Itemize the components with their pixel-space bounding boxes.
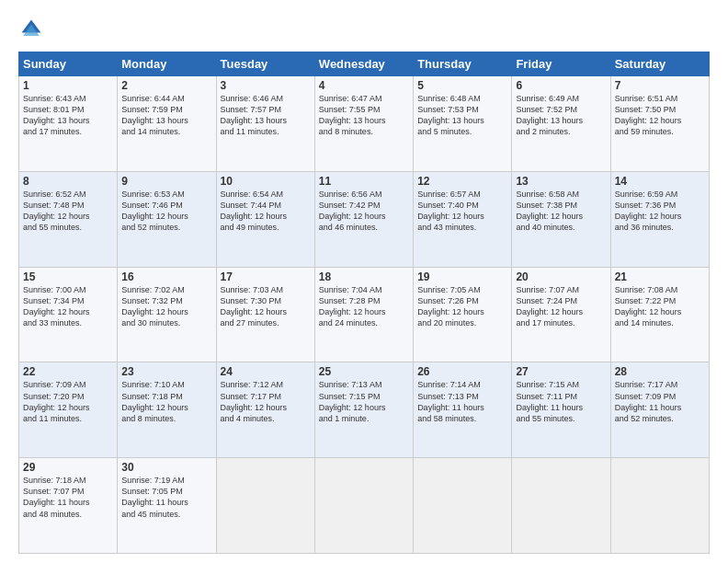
calendar-cell: 10Sunrise: 6:54 AM Sunset: 7:44 PM Dayli…: [216, 171, 314, 267]
day-number: 3: [221, 79, 311, 92]
weekday-header-tuesday: Tuesday: [216, 52, 314, 76]
calendar-cell: 24Sunrise: 7:12 AM Sunset: 7:17 PM Dayli…: [216, 362, 314, 458]
weekday-header-friday: Friday: [512, 52, 610, 76]
day-info: Sunrise: 6:43 AM Sunset: 8:01 PM Dayligh…: [23, 93, 113, 138]
day-number: 13: [516, 175, 606, 188]
page: SundayMondayTuesdayWednesdayThursdayFrid…: [0, 0, 728, 563]
calendar-cell: [414, 458, 512, 554]
logo-icon: [18, 17, 44, 42]
day-info: Sunrise: 6:47 AM Sunset: 7:55 PM Dayligh…: [319, 93, 409, 138]
weekday-header-thursday: Thursday: [414, 52, 512, 76]
calendar-cell: 4Sunrise: 6:47 AM Sunset: 7:55 PM Daylig…: [314, 76, 413, 172]
day-number: 19: [417, 270, 507, 283]
calendar-cell: 14Sunrise: 6:59 AM Sunset: 7:36 PM Dayli…: [610, 171, 709, 267]
day-info: Sunrise: 7:08 AM Sunset: 7:22 PM Dayligh…: [615, 284, 705, 329]
day-info: Sunrise: 7:00 AM Sunset: 7:34 PM Dayligh…: [23, 284, 113, 329]
calendar-cell: 19Sunrise: 7:05 AM Sunset: 7:26 PM Dayli…: [414, 267, 512, 362]
day-info: Sunrise: 7:18 AM Sunset: 7:07 PM Dayligh…: [23, 475, 113, 520]
day-number: 21: [615, 270, 705, 283]
day-info: Sunrise: 7:07 AM Sunset: 7:24 PM Dayligh…: [516, 284, 606, 329]
calendar-cell: [216, 458, 314, 554]
calendar-cell: [512, 458, 610, 554]
calendar-cell: 26Sunrise: 7:14 AM Sunset: 7:13 PM Dayli…: [414, 362, 512, 458]
day-info: Sunrise: 6:48 AM Sunset: 7:53 PM Dayligh…: [417, 93, 507, 138]
day-info: Sunrise: 7:12 AM Sunset: 7:17 PM Dayligh…: [221, 379, 311, 424]
weekday-header-sunday: Sunday: [19, 52, 118, 76]
day-number: 9: [121, 175, 211, 188]
calendar-cell: 3Sunrise: 6:46 AM Sunset: 7:57 PM Daylig…: [216, 76, 314, 172]
day-info: Sunrise: 7:02 AM Sunset: 7:32 PM Dayligh…: [121, 284, 211, 329]
calendar-cell: 25Sunrise: 7:13 AM Sunset: 7:15 PM Dayli…: [314, 362, 413, 458]
day-number: 16: [121, 270, 211, 283]
day-info: Sunrise: 7:13 AM Sunset: 7:15 PM Dayligh…: [319, 379, 409, 424]
calendar-cell: 8Sunrise: 6:52 AM Sunset: 7:48 PM Daylig…: [19, 171, 118, 267]
day-info: Sunrise: 7:17 AM Sunset: 7:09 PM Dayligh…: [615, 379, 705, 424]
calendar-table: SundayMondayTuesdayWednesdayThursdayFrid…: [18, 52, 710, 554]
calendar-week-3: 15Sunrise: 7:00 AM Sunset: 7:34 PM Dayli…: [19, 267, 710, 362]
calendar-cell: 23Sunrise: 7:10 AM Sunset: 7:18 PM Dayli…: [118, 362, 216, 458]
day-number: 28: [615, 365, 705, 378]
day-info: Sunrise: 6:44 AM Sunset: 7:59 PM Dayligh…: [121, 93, 211, 138]
day-number: 29: [23, 461, 113, 474]
day-info: Sunrise: 6:59 AM Sunset: 7:36 PM Dayligh…: [615, 189, 705, 234]
day-info: Sunrise: 7:03 AM Sunset: 7:30 PM Dayligh…: [221, 284, 311, 329]
day-number: 25: [319, 365, 409, 378]
day-number: 10: [221, 175, 311, 188]
day-number: 2: [121, 79, 211, 92]
day-info: Sunrise: 7:10 AM Sunset: 7:18 PM Dayligh…: [121, 379, 211, 424]
calendar-cell: 7Sunrise: 6:51 AM Sunset: 7:50 PM Daylig…: [610, 76, 709, 172]
day-number: 15: [23, 270, 113, 283]
calendar-cell: 27Sunrise: 7:15 AM Sunset: 7:11 PM Dayli…: [512, 362, 610, 458]
day-number: 5: [417, 79, 507, 92]
calendar-cell: 17Sunrise: 7:03 AM Sunset: 7:30 PM Dayli…: [216, 267, 314, 362]
day-info: Sunrise: 7:04 AM Sunset: 7:28 PM Dayligh…: [319, 284, 409, 329]
day-info: Sunrise: 6:58 AM Sunset: 7:38 PM Dayligh…: [516, 189, 606, 234]
day-info: Sunrise: 6:46 AM Sunset: 7:57 PM Dayligh…: [221, 93, 311, 138]
day-number: 22: [23, 365, 113, 378]
day-number: 7: [615, 79, 705, 92]
calendar-cell: 5Sunrise: 6:48 AM Sunset: 7:53 PM Daylig…: [414, 76, 512, 172]
day-number: 11: [319, 175, 409, 188]
day-number: 17: [221, 270, 311, 283]
day-number: 30: [121, 461, 211, 474]
calendar-cell: 6Sunrise: 6:49 AM Sunset: 7:52 PM Daylig…: [512, 76, 610, 172]
calendar-cell: 18Sunrise: 7:04 AM Sunset: 7:28 PM Dayli…: [314, 267, 413, 362]
day-info: Sunrise: 6:51 AM Sunset: 7:50 PM Dayligh…: [615, 93, 705, 138]
calendar-cell: 28Sunrise: 7:17 AM Sunset: 7:09 PM Dayli…: [610, 362, 709, 458]
day-number: 1: [23, 79, 113, 92]
day-number: 8: [23, 175, 113, 188]
calendar-week-1: 1Sunrise: 6:43 AM Sunset: 8:01 PM Daylig…: [19, 76, 710, 172]
day-info: Sunrise: 6:53 AM Sunset: 7:46 PM Dayligh…: [121, 189, 211, 234]
day-number: 26: [417, 365, 507, 378]
calendar-cell: 15Sunrise: 7:00 AM Sunset: 7:34 PM Dayli…: [19, 267, 118, 362]
calendar-week-2: 8Sunrise: 6:52 AM Sunset: 7:48 PM Daylig…: [19, 171, 710, 267]
calendar-cell: 29Sunrise: 7:18 AM Sunset: 7:07 PM Dayli…: [19, 458, 118, 554]
calendar-cell: 30Sunrise: 7:19 AM Sunset: 7:05 PM Dayli…: [118, 458, 216, 554]
day-info: Sunrise: 6:52 AM Sunset: 7:48 PM Dayligh…: [23, 189, 113, 234]
weekday-header-saturday: Saturday: [610, 52, 709, 76]
day-number: 12: [417, 175, 507, 188]
calendar-cell: 13Sunrise: 6:58 AM Sunset: 7:38 PM Dayli…: [512, 171, 610, 267]
day-number: 4: [319, 79, 409, 92]
calendar-cell: [610, 458, 709, 554]
calendar-cell: 20Sunrise: 7:07 AM Sunset: 7:24 PM Dayli…: [512, 267, 610, 362]
weekday-header-row: SundayMondayTuesdayWednesdayThursdayFrid…: [19, 52, 710, 76]
day-info: Sunrise: 6:56 AM Sunset: 7:42 PM Dayligh…: [319, 189, 409, 234]
weekday-header-wednesday: Wednesday: [314, 52, 413, 76]
calendar-cell: 16Sunrise: 7:02 AM Sunset: 7:32 PM Dayli…: [118, 267, 216, 362]
day-info: Sunrise: 7:14 AM Sunset: 7:13 PM Dayligh…: [417, 379, 507, 424]
day-info: Sunrise: 7:09 AM Sunset: 7:20 PM Dayligh…: [23, 379, 113, 424]
logo: [18, 17, 48, 42]
calendar-cell: 9Sunrise: 6:53 AM Sunset: 7:46 PM Daylig…: [118, 171, 216, 267]
weekday-header-monday: Monday: [118, 52, 216, 76]
header: [18, 17, 710, 42]
day-number: 24: [221, 365, 311, 378]
day-number: 23: [121, 365, 211, 378]
day-info: Sunrise: 7:19 AM Sunset: 7:05 PM Dayligh…: [121, 475, 211, 520]
calendar-week-5: 29Sunrise: 7:18 AM Sunset: 7:07 PM Dayli…: [19, 458, 710, 554]
calendar-cell: [314, 458, 413, 554]
day-number: 6: [516, 79, 606, 92]
calendar-cell: 22Sunrise: 7:09 AM Sunset: 7:20 PM Dayli…: [19, 362, 118, 458]
day-number: 18: [319, 270, 409, 283]
day-info: Sunrise: 7:15 AM Sunset: 7:11 PM Dayligh…: [516, 379, 606, 424]
